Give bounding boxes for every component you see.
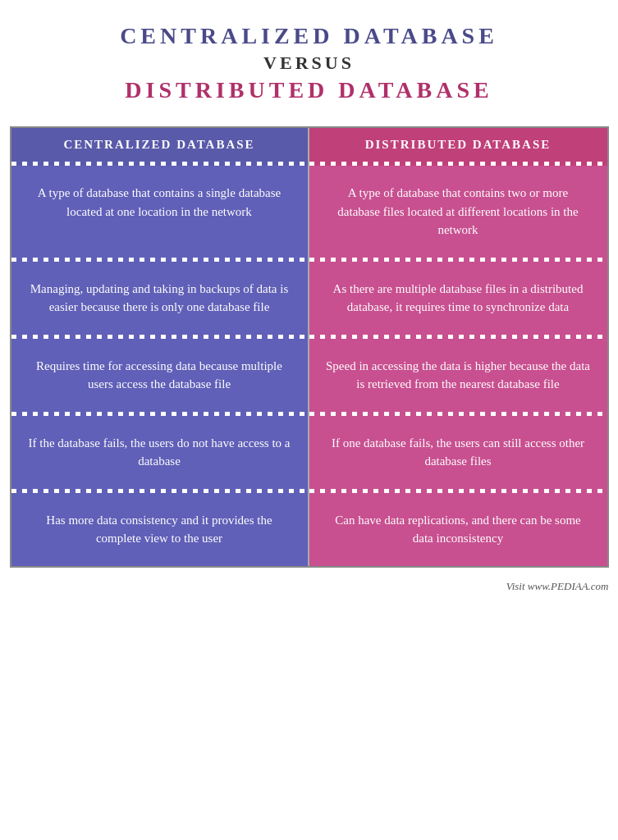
cell-left-3: Requires time for accessing data because… <box>11 339 309 412</box>
row-divider-left-2 <box>11 335 309 339</box>
row-divider-left-1 <box>11 258 309 262</box>
row-divider-left-3 <box>11 412 309 416</box>
col-header-centralized: CENTRALIZED DATABASE <box>11 128 309 162</box>
table-row: If the database fails, the users do not … <box>11 416 607 489</box>
cell-left-5: Has more data consistency and it provide… <box>11 493 309 566</box>
cell-left-1: A type of database that contains a singl… <box>11 166 309 258</box>
comparison-table: CENTRALIZED DATABASE DISTRIBUTED DATABAS… <box>10 126 609 568</box>
header-divider-left <box>11 162 309 166</box>
table-row: Requires time for accessing data because… <box>11 339 607 412</box>
table-row: Managing, updating and taking in backups… <box>11 262 607 335</box>
row-divider-right-3 <box>309 412 607 416</box>
page-header: CENTRALIZED DATABASE VERSUS DISTRIBUTED … <box>0 0 618 112</box>
row-divider-2 <box>11 335 607 339</box>
footer-note: Visit www.PEDIAA.com <box>10 580 609 593</box>
row-divider-right-2 <box>309 335 607 339</box>
cell-right-1: A type of database that contains two or … <box>309 166 607 258</box>
column-headers: CENTRALIZED DATABASE DISTRIBUTED DATABAS… <box>11 128 607 162</box>
col-header-distributed: DISTRIBUTED DATABASE <box>309 128 607 162</box>
row-divider-left-4 <box>11 489 309 493</box>
title-centralized: CENTRALIZED DATABASE <box>16 23 602 49</box>
header-divider-right <box>309 162 607 166</box>
cell-left-2: Managing, updating and taking in backups… <box>11 262 309 335</box>
cell-right-2: As there are multiple database files in … <box>309 262 607 335</box>
title-versus: VERSUS <box>16 52 602 74</box>
row-divider-right-1 <box>309 258 607 262</box>
title-distributed: DISTRIBUTED DATABASE <box>16 77 602 103</box>
table-row: Has more data consistency and it provide… <box>11 493 607 566</box>
cell-right-3: Speed in accessing the data is higher be… <box>309 339 607 412</box>
header-divider <box>11 162 607 166</box>
cell-right-4: If one database fails, the users can sti… <box>309 416 607 489</box>
cell-right-5: Can have data replications, and there ca… <box>309 493 607 566</box>
row-divider-4 <box>11 489 607 493</box>
row-divider-right-4 <box>309 489 607 493</box>
row-divider-3 <box>11 412 607 416</box>
cell-left-4: If the database fails, the users do not … <box>11 416 309 489</box>
table-row: A type of database that contains a singl… <box>11 166 607 258</box>
row-divider-1 <box>11 258 607 262</box>
